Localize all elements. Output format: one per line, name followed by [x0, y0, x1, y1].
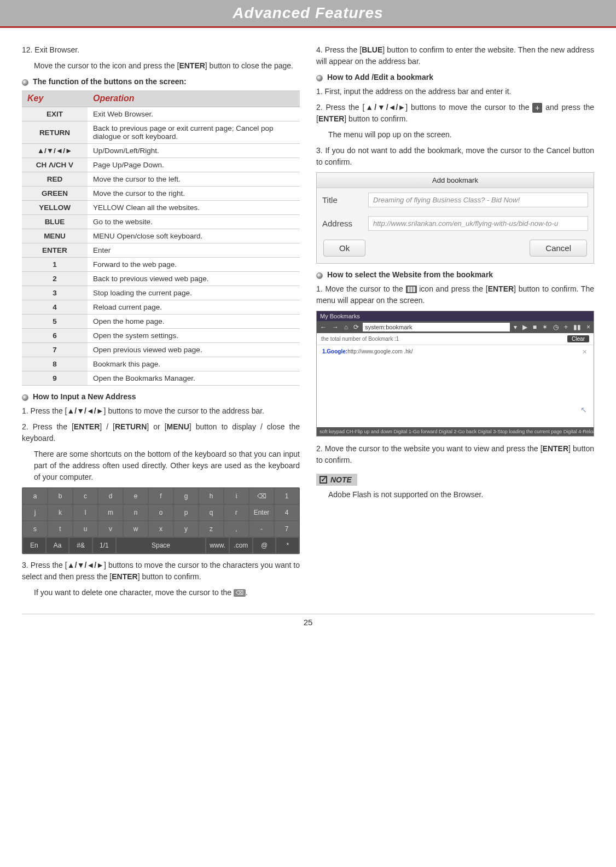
- keyboard-key[interactable]: .com: [230, 538, 252, 553]
- table-key: GREEN: [22, 187, 88, 201]
- title-label: Title: [322, 195, 361, 205]
- ok-button[interactable]: Ok: [323, 240, 365, 257]
- function-heading: The function of the buttons on the scree…: [22, 77, 300, 86]
- keyboard-key[interactable]: Space: [117, 538, 206, 553]
- keyboard-key[interactable]: ,: [224, 521, 248, 537]
- keyboard-key[interactable]: c: [73, 488, 97, 504]
- keyboard-key[interactable]: n: [124, 505, 148, 520]
- keyboard-key[interactable]: f: [149, 488, 173, 504]
- table-key: EXIT: [22, 107, 88, 121]
- table-key: 5: [22, 315, 88, 329]
- keyboard-key[interactable]: 1/1: [93, 538, 115, 553]
- keyboard-key[interactable]: Enter: [249, 505, 274, 520]
- table-op: Move the cursor to the left.: [88, 172, 300, 187]
- th-key: Key: [22, 90, 88, 107]
- table-op: Open the home page.: [88, 315, 300, 329]
- clear-button[interactable]: Clear: [567, 335, 589, 342]
- address-label: Address: [322, 219, 361, 228]
- keyboard-key[interactable]: @: [253, 538, 276, 553]
- keyboard-key[interactable]: 1: [275, 488, 299, 504]
- keyboard-key[interactable]: o: [149, 505, 173, 520]
- keyboard-key[interactable]: e: [124, 488, 148, 504]
- table-key: 9: [22, 371, 88, 386]
- mybm-toolbar: ← → ⌂ ⟳ system:bookmark ▾ ▶ ■ ✶ ◷ + ▮▮ ×: [317, 321, 594, 333]
- keyboard-key[interactable]: a: [23, 488, 47, 504]
- keyboard-key[interactable]: j: [23, 505, 47, 520]
- address-input[interactable]: http://www.srilankan.com/en_uk/flying-wi…: [368, 216, 588, 231]
- page-number: 25: [0, 614, 616, 636]
- keyboard-key[interactable]: Aa: [47, 538, 69, 553]
- reload-icon[interactable]: ⟳: [352, 323, 361, 331]
- mybm-count: the total number of Bookmark :1: [321, 336, 399, 342]
- keyboard-key[interactable]: w: [124, 521, 148, 537]
- table-op: Open the system settings.: [88, 329, 300, 343]
- th-op: Operation: [88, 90, 300, 107]
- keyboard-key[interactable]: t: [48, 521, 72, 537]
- keyboard-key[interactable]: q: [199, 505, 223, 520]
- table-key: 2: [22, 272, 88, 286]
- play-icon[interactable]: ▶: [521, 323, 529, 331]
- backspace-icon: ⌫: [234, 589, 246, 597]
- keyboard-key[interactable]: b: [48, 488, 72, 504]
- input-step-3b: If you want to delete one character, mov…: [34, 587, 300, 598]
- how-select-heading: How to select the Website from the bookm…: [316, 270, 594, 279]
- stop-icon[interactable]: ■: [531, 323, 538, 331]
- keyboard-key[interactable]: k: [48, 505, 72, 520]
- keyboard-key[interactable]: y: [174, 521, 198, 537]
- keyboard-key[interactable]: #&: [69, 538, 92, 553]
- keyboard-key[interactable]: 7: [275, 521, 299, 537]
- table-key: ▲/▼/◄/►: [22, 144, 88, 158]
- forward-icon[interactable]: →: [330, 323, 340, 331]
- list-item[interactable]: 1.Google:http://www.google.com .hk/: [322, 348, 588, 354]
- keyboard-key[interactable]: En: [23, 538, 45, 553]
- keyboard-key[interactable]: 4: [275, 505, 299, 520]
- table-op: Page Up/Page Down.: [88, 158, 300, 172]
- add-bookmark-dialog: Add bookmark Title Dreaming of flying Bu…: [316, 172, 594, 264]
- add-step-1: 1. First, input the address on the addre…: [316, 86, 594, 97]
- table-op: Go to the website.: [88, 215, 300, 229]
- mybm-url[interactable]: system:bookmark: [363, 323, 509, 331]
- page-header: Advanced Features: [0, 0, 616, 28]
- select-step-1: 1. Move the cursor to the icon and press…: [316, 283, 594, 306]
- back-icon[interactable]: ←: [318, 323, 328, 331]
- keyboard-key[interactable]: u: [73, 521, 97, 537]
- gear-icon[interactable]: ✶: [541, 323, 549, 331]
- keyboard-key[interactable]: g: [174, 488, 198, 504]
- cancel-button[interactable]: Cancel: [530, 240, 587, 257]
- add-bookmark-title: Add bookmark: [317, 173, 594, 188]
- how-input-heading: How to Input a New Address: [22, 392, 300, 401]
- keyboard-key[interactable]: x: [149, 521, 173, 537]
- close-icon[interactable]: ×: [585, 323, 592, 331]
- table-op: MENU Open/close soft keyboard.: [88, 229, 300, 243]
- title-input[interactable]: Dreaming of flying Business Class? - Bid…: [368, 193, 588, 207]
- clock-icon[interactable]: ◷: [551, 323, 560, 331]
- keyboard-key[interactable]: www.: [206, 538, 229, 553]
- table-key: RED: [22, 172, 88, 187]
- add-icon[interactable]: +: [562, 323, 569, 331]
- soft-keyboard: abcdefghi⌫1jklmnopqrEnter4stuvwxyz,-7EnA…: [22, 487, 300, 554]
- plus-icon: +: [532, 103, 542, 113]
- table-key: 1: [22, 258, 88, 272]
- select-step-2: 2. Move the cursor to the website you wa…: [316, 443, 594, 466]
- bookmarks-icon[interactable]: ▮▮: [572, 323, 583, 331]
- keyboard-key[interactable]: s: [23, 521, 47, 537]
- delete-item-icon[interactable]: ✕: [582, 348, 587, 356]
- note-badge: NOTE: [316, 474, 357, 486]
- keyboard-key[interactable]: r: [224, 505, 248, 520]
- keyboard-key[interactable]: i: [224, 488, 248, 504]
- keyboard-key[interactable]: ⌫: [249, 488, 274, 504]
- step-title: Exit Browser.: [34, 45, 79, 54]
- dropdown-icon[interactable]: ▾: [512, 323, 519, 331]
- home-icon[interactable]: ⌂: [342, 323, 350, 331]
- keyboard-key[interactable]: d: [98, 488, 123, 504]
- table-op: Enter: [88, 243, 300, 258]
- keyboard-key[interactable]: z: [199, 521, 223, 537]
- keyboard-key[interactable]: p: [174, 505, 198, 520]
- keyboard-key[interactable]: -: [249, 521, 274, 537]
- keyboard-key[interactable]: v: [98, 521, 123, 537]
- keyboard-key[interactable]: *: [276, 538, 299, 553]
- keyboard-key[interactable]: h: [199, 488, 223, 504]
- keyboard-key[interactable]: m: [98, 505, 123, 520]
- keyboard-key[interactable]: l: [73, 505, 97, 520]
- table-key: 4: [22, 300, 88, 315]
